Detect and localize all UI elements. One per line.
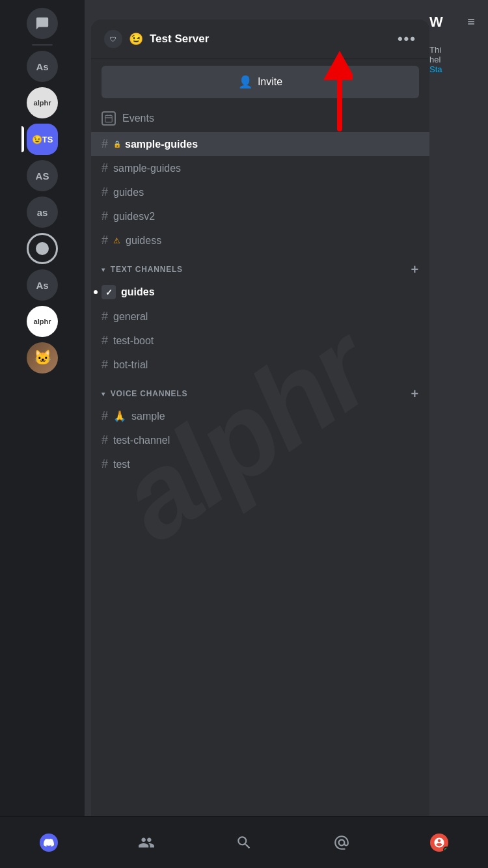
channel-item-guidess[interactable]: # ⚠ guidess <box>91 228 429 252</box>
channel-item-test-boot[interactable]: # test-boot <box>91 329 429 353</box>
channel-name-text: sample-guides <box>125 139 198 150</box>
warning-icon: ⚠ <box>113 236 120 245</box>
server-icon-as1[interactable]: As <box>27 51 58 82</box>
more-options-button[interactable]: ••• <box>398 31 416 47</box>
server-header: 🛡 😉 Test Server ••• <box>91 20 429 59</box>
server-icon-as3[interactable]: as <box>27 197 58 228</box>
server-icon-as1-label: As <box>36 61 48 72</box>
server-icon-as2[interactable]: AS <box>27 160 58 191</box>
server-icon-dm[interactable] <box>27 8 58 39</box>
server-icon-alphr2[interactable]: alphr <box>27 306 58 337</box>
praying-emoji: 🙏 <box>113 410 126 422</box>
channel-item-test-channel-vc[interactable]: # test-channel <box>91 428 429 452</box>
channel-name-text: general <box>113 311 148 323</box>
events-calendar-icon <box>102 111 116 126</box>
channel-name-text: sample <box>131 411 165 422</box>
channel-name-text: test-channel <box>113 435 170 446</box>
voice-channels-section-header: ▾ VOICE CHANNELS + <box>91 377 429 404</box>
channel-name-text: bot-trial <box>113 359 148 371</box>
server-header-left: 🛡 😉 Test Server <box>104 30 209 48</box>
right-panel-link[interactable]: Sta <box>423 64 488 74</box>
server-emoji: 😉 <box>129 32 143 46</box>
discord-home-icon <box>40 834 58 852</box>
friends-icon <box>138 834 155 851</box>
search-icon <box>236 834 252 851</box>
channel-name-text: test-boot <box>113 335 154 347</box>
section-label-group: ▾ TEXT CHANNELS <box>102 265 183 274</box>
section-chevron-icon: ▾ <box>102 266 105 273</box>
lock-icon: 🔒 <box>113 141 121 148</box>
add-text-channel-button[interactable]: + <box>411 263 419 276</box>
hash-icon: # <box>102 433 108 447</box>
nav-mentions-item[interactable] <box>322 826 361 859</box>
server-icon-as2-label: AS <box>36 170 49 182</box>
server-list-divider <box>32 44 53 46</box>
hamburger-icon[interactable]: ≡ <box>467 14 475 29</box>
server-icon-ts-label: 😉TS <box>32 135 53 144</box>
channel-item-general[interactable]: # general <box>91 305 429 329</box>
hash-icon: # <box>102 310 108 323</box>
invite-label: Invite <box>258 76 282 88</box>
invite-person-icon: 👤 <box>238 75 252 89</box>
server-icon-alphr1-label: alphr <box>34 99 51 107</box>
section-label-group: ▾ VOICE CHANNELS <box>102 389 187 398</box>
events-label: Events <box>122 113 154 124</box>
hash-icon: # <box>102 334 108 347</box>
section-chevron-icon: ▾ <box>102 390 105 398</box>
text-channels-label: TEXT CHANNELS <box>111 265 183 274</box>
server-icon-photo[interactable]: 🐱 <box>27 342 58 373</box>
nav-friends-item[interactable] <box>127 826 166 859</box>
svg-rect-2 <box>105 115 113 122</box>
server-icon-as4[interactable]: As <box>27 269 58 301</box>
channel-name-text: guides <box>113 187 144 198</box>
nav-home-item[interactable] <box>29 826 68 859</box>
right-panel-text1: Thi <box>423 45 488 55</box>
channel-item-guides-unlabeled[interactable]: # guides <box>91 180 429 204</box>
nav-profile-item[interactable] <box>420 826 459 859</box>
channel-item-test-vc[interactable]: # test <box>91 452 429 476</box>
channel-name-text: guidess <box>126 235 161 247</box>
channel-name-text: test <box>113 459 130 470</box>
right-panel-text2: hel <box>423 55 488 64</box>
server-header-shield-icon: 🛡 <box>104 30 122 48</box>
mentions-icon <box>333 834 350 851</box>
channel-name-text: guides <box>121 286 155 298</box>
hash-icon: # <box>102 409 108 423</box>
server-icon-alphr2-label: alphr <box>34 318 51 325</box>
hash-icon: # <box>102 161 108 175</box>
server-icon-alphr1[interactable]: alphr <box>27 87 58 118</box>
channel-panel: 🛡 😉 Test Server ••• 👤 Invite <box>91 20 429 839</box>
channel-item-sample-guides-locked[interactable]: # 🔒 sample-guides <box>91 132 429 156</box>
hash-icon: # <box>102 137 108 151</box>
server-icon-ts[interactable]: 😉TS <box>27 124 58 155</box>
nav-search-item[interactable] <box>224 826 264 859</box>
channel-item-bot-trial[interactable]: # bot-trial <box>91 353 429 377</box>
channel-item-guidesv2[interactable]: # guidesv2 <box>91 204 429 228</box>
server-name: Test Server <box>150 33 209 46</box>
right-panel: W Thi hel Sta <box>423 0 488 816</box>
invite-button[interactable]: 👤 Invite <box>102 66 419 98</box>
channel-item-sample-guides[interactable]: # sample-guides <box>91 156 429 180</box>
hash-icon: # <box>102 457 108 471</box>
bottom-nav <box>0 816 488 868</box>
server-active-indicator <box>21 126 24 152</box>
channel-name-with-lock: 🔒 sample-guides <box>113 139 419 150</box>
events-item[interactable]: Events <box>91 105 429 132</box>
right-panel-heading: W <box>423 0 488 45</box>
channel-item-guides-tc[interactable]: ✓ guides <box>91 280 429 305</box>
channel-name-text: sample-guides <box>113 163 181 174</box>
channel-item-sample-vc[interactable]: # 🙏 sample <box>91 404 429 428</box>
server-icon-ring[interactable] <box>27 233 58 264</box>
server-icon-photo-emoji: 🐱 <box>34 349 51 366</box>
text-channels-section-header: ▾ TEXT CHANNELS + <box>91 252 429 280</box>
online-status-dot <box>443 847 448 852</box>
channel-name-text: guidesv2 <box>113 211 155 223</box>
server-list: As alphr 😉TS AS as As alphr 🐱 <box>0 0 85 868</box>
guides-checkbox-icon: ✓ <box>102 285 116 299</box>
add-voice-channel-button[interactable]: + <box>411 387 419 400</box>
profile-avatar <box>430 834 448 852</box>
hash-icon: # <box>102 358 108 372</box>
hash-icon: # <box>102 185 108 199</box>
hash-icon: # <box>102 234 108 247</box>
hash-icon: # <box>102 210 108 223</box>
